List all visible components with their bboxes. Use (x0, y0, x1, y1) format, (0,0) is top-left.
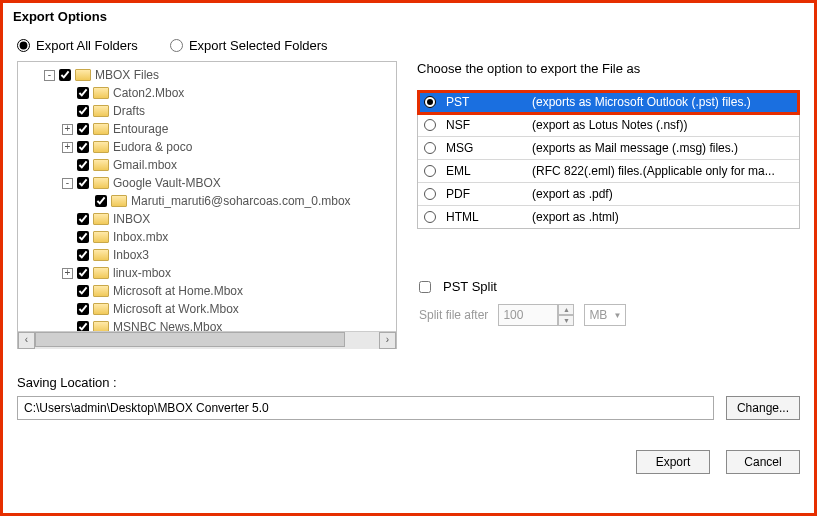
tree-checkbox[interactable] (77, 213, 89, 225)
tree-item[interactable]: Microsoft at Home.Mbox (20, 282, 394, 300)
folder-icon (93, 177, 109, 189)
format-name: NSF (446, 118, 532, 132)
tree-checkbox[interactable] (77, 321, 89, 331)
tree-item[interactable]: Drafts (20, 102, 394, 120)
folder-icon (93, 249, 109, 261)
tree-item-label: Inbox3 (113, 248, 149, 262)
tree-checkbox[interactable] (77, 303, 89, 315)
radio-export-selected[interactable]: Export Selected Folders (170, 38, 328, 53)
tree-item[interactable]: MSNBC News.Mbox (20, 318, 394, 331)
radio-icon (424, 119, 436, 131)
tree-checkbox[interactable] (59, 69, 71, 81)
scroll-thumb[interactable] (35, 332, 345, 347)
step-up-icon[interactable]: ▲ (558, 304, 574, 315)
tree-item[interactable]: Caton2.Mbox (20, 84, 394, 102)
change-button[interactable]: Change... (726, 396, 800, 420)
format-desc: (exports as Mail message (.msg) files.) (532, 141, 793, 155)
tree-item-label: MBOX Files (95, 68, 159, 82)
format-name: EML (446, 164, 532, 178)
format-option-nsf[interactable]: NSF(export as Lotus Notes (.nsf)) (418, 114, 799, 137)
expand-icon[interactable]: + (62, 124, 73, 135)
tree-checkbox[interactable] (77, 285, 89, 297)
tree-item[interactable]: +Entourage (20, 120, 394, 138)
radio-export-all[interactable]: Export All Folders (17, 38, 138, 53)
format-desc: (RFC 822(.eml) files.(Applicable only fo… (532, 164, 793, 178)
format-list: PST(exports as Microsoft Outlook (.pst) … (417, 90, 800, 229)
tree-item[interactable]: -Google Vault-MBOX (20, 174, 394, 192)
tree-item[interactable]: Gmail.mbox (20, 156, 394, 174)
format-name: PDF (446, 187, 532, 201)
tree-item-label: Microsoft at Work.Mbox (113, 302, 239, 316)
cancel-button[interactable]: Cancel (726, 450, 800, 474)
format-option-msg[interactable]: MSG(exports as Mail message (.msg) files… (418, 137, 799, 160)
expand-icon[interactable]: + (62, 268, 73, 279)
tree-item[interactable]: Microsoft at Work.Mbox (20, 300, 394, 318)
tree-item-label: Google Vault-MBOX (113, 176, 221, 190)
pst-split-label: PST Split (443, 279, 497, 294)
format-option-pdf[interactable]: PDF(export as .pdf) (418, 183, 799, 206)
tree-checkbox[interactable] (77, 231, 89, 243)
tree-checkbox[interactable] (77, 87, 89, 99)
folder-icon (93, 123, 109, 135)
tree-checkbox[interactable] (77, 177, 89, 189)
horizontal-scrollbar[interactable]: ‹ › (18, 331, 396, 348)
radio-icon (424, 165, 436, 177)
tree-item-label: Eudora & poco (113, 140, 192, 154)
tree-item[interactable]: -MBOX Files (20, 66, 394, 84)
split-after-label: Split file after (419, 308, 488, 322)
tree-item-label: Gmail.mbox (113, 158, 177, 172)
tree-item-label: linux-mbox (113, 266, 171, 280)
folder-icon (93, 321, 109, 331)
scroll-left-icon[interactable]: ‹ (18, 332, 35, 349)
pst-split-checkbox[interactable] (419, 281, 431, 293)
radio-icon (424, 142, 436, 154)
format-desc: (export as Lotus Notes (.nsf)) (532, 118, 793, 132)
radio-export-all-label: Export All Folders (36, 38, 138, 53)
tree-item[interactable]: +linux-mbox (20, 264, 394, 282)
format-option-eml[interactable]: EML(RFC 822(.eml) files.(Applicable only… (418, 160, 799, 183)
saving-location-input[interactable] (17, 396, 714, 420)
collapse-icon[interactable]: - (44, 70, 55, 81)
step-down-icon[interactable]: ▼ (558, 315, 574, 326)
split-size-stepper[interactable]: ▲ ▼ (498, 304, 574, 326)
folder-tree[interactable]: -MBOX FilesCaton2.MboxDrafts+Entourage+E… (17, 61, 397, 349)
tree-item-label: Entourage (113, 122, 168, 136)
format-name: PST (446, 95, 532, 109)
tree-checkbox[interactable] (95, 195, 107, 207)
radio-icon (424, 96, 436, 108)
tree-checkbox[interactable] (77, 249, 89, 261)
tree-checkbox[interactable] (77, 105, 89, 117)
folder-icon (93, 87, 109, 99)
export-button[interactable]: Export (636, 450, 710, 474)
tree-checkbox[interactable] (77, 141, 89, 153)
tree-item-label: MSNBC News.Mbox (113, 320, 222, 331)
folder-icon (93, 285, 109, 297)
radio-icon (424, 188, 436, 200)
folder-icon (75, 69, 91, 81)
split-size-input[interactable] (498, 304, 558, 326)
radio-export-selected-label: Export Selected Folders (189, 38, 328, 53)
tree-item[interactable]: Inbox.mbx (20, 228, 394, 246)
tree-item[interactable]: Inbox3 (20, 246, 394, 264)
saving-location-label: Saving Location : (17, 375, 800, 390)
window-title: Export Options (3, 3, 814, 30)
radio-icon (424, 211, 436, 223)
format-option-html[interactable]: HTML(export as .html) (418, 206, 799, 228)
collapse-icon[interactable]: - (62, 178, 73, 189)
folder-icon (93, 231, 109, 243)
unit-dropdown[interactable]: MB ▼ (584, 304, 626, 326)
expand-icon[interactable]: + (62, 142, 73, 153)
folder-icon (93, 213, 109, 225)
folder-icon (111, 195, 127, 207)
tree-item[interactable]: INBOX (20, 210, 394, 228)
format-desc: (export as .html) (532, 210, 793, 224)
tree-item[interactable]: Maruti_maruti6@soharcoas.com_0.mbox (20, 192, 394, 210)
tree-checkbox[interactable] (77, 159, 89, 171)
tree-item[interactable]: +Eudora & poco (20, 138, 394, 156)
scroll-right-icon[interactable]: › (379, 332, 396, 349)
format-option-pst[interactable]: PST(exports as Microsoft Outlook (.pst) … (418, 91, 799, 114)
format-desc: (exports as Microsoft Outlook (.pst) fil… (532, 95, 793, 109)
tree-item-label: Drafts (113, 104, 145, 118)
tree-checkbox[interactable] (77, 123, 89, 135)
tree-checkbox[interactable] (77, 267, 89, 279)
